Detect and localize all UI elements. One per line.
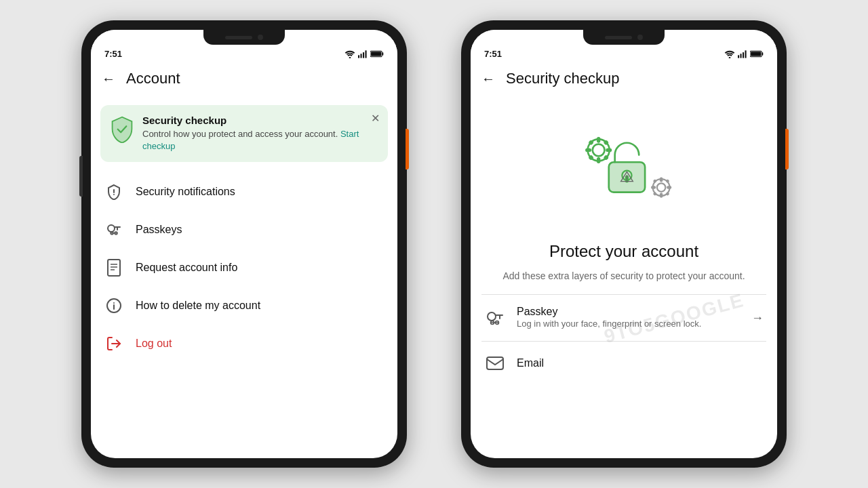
- svg-rect-1: [358, 55, 359, 58]
- security-item-passkey[interactable]: Passkey Log in with your face, fingerpri…: [471, 295, 777, 341]
- phone-screen-2: 7:51: [471, 30, 777, 458]
- svg-rect-46: [660, 177, 663, 182]
- security-checkup-banner[interactable]: Security checkup Control how you protect…: [100, 105, 388, 162]
- svg-point-9: [113, 194, 115, 195]
- svg-rect-32: [597, 157, 600, 163]
- page-title-2: Security checkup: [506, 70, 620, 87]
- svg-rect-25: [745, 50, 747, 58]
- passkey-item-desc: Log in with your face, fingerprint or sc…: [517, 318, 741, 330]
- app-header-1: ← Account: [91, 62, 397, 94]
- status-time-2: 7:51: [484, 49, 502, 59]
- signal-icon: [358, 50, 368, 58]
- signal-icon-2: [738, 50, 747, 58]
- back-button-2[interactable]: ←: [481, 71, 495, 87]
- email-item-text: Email: [517, 357, 764, 369]
- svg-rect-53: [665, 192, 669, 196]
- side-button-right-2: [785, 129, 789, 169]
- phone-2: 7:51: [461, 20, 787, 468]
- passkey-item-text: Passkey Log in with your face, fingerpri…: [517, 306, 741, 330]
- back-button-1[interactable]: ←: [102, 71, 115, 87]
- svg-rect-24: [743, 52, 744, 58]
- document-icon: [104, 258, 123, 277]
- menu-item-delete-account[interactable]: How to delete my account: [91, 287, 397, 325]
- menu-item-request-info[interactable]: Request account info: [91, 249, 397, 287]
- svg-point-19: [113, 302, 115, 304]
- banner-description: Control how you protect and access your …: [142, 128, 378, 152]
- security-illustration-svg: [570, 120, 678, 228]
- shield-notification-icon: [104, 182, 123, 201]
- protect-account-title: Protect your account: [471, 242, 777, 261]
- svg-rect-27: [762, 52, 764, 55]
- speaker-1: [225, 36, 252, 39]
- svg-rect-6: [382, 52, 384, 55]
- wifi-icon-2: [724, 50, 735, 58]
- passkeys-label: Passkeys: [136, 224, 182, 236]
- request-info-label: Request account info: [136, 262, 237, 274]
- battery-icon: [370, 50, 384, 58]
- svg-rect-2: [361, 54, 362, 58]
- security-shield-icon: [110, 116, 134, 140]
- status-icons-2: [724, 50, 764, 58]
- svg-rect-47: [660, 193, 663, 198]
- banner-inner: Security checkup Control how you protect…: [110, 115, 378, 152]
- delete-account-label: How to delete my account: [136, 300, 260, 312]
- logout-icon: [104, 334, 123, 353]
- page-title-1: Account: [126, 70, 180, 87]
- phone-screen-1: 7:51: [91, 30, 397, 458]
- info-circle-icon: [104, 296, 123, 315]
- speaker-2: [605, 36, 632, 39]
- security-notifications-label: Security notifications: [136, 186, 235, 198]
- svg-rect-22: [738, 55, 739, 58]
- passkeys-icon: [104, 220, 123, 239]
- svg-point-30: [593, 144, 605, 157]
- passkey-item-arrow: →: [751, 311, 764, 325]
- svg-rect-23: [741, 54, 742, 58]
- svg-point-43: [627, 180, 628, 181]
- banner-title: Security checkup: [142, 115, 378, 126]
- svg-rect-33: [585, 148, 591, 152]
- svg-rect-28: [751, 52, 761, 56]
- protect-account-desc: Add these extra layers of security to pr…: [471, 269, 777, 283]
- status-time-1: 7:51: [104, 49, 122, 59]
- security-illustration: [471, 100, 777, 242]
- status-icons-1: [344, 50, 384, 58]
- svg-point-21: [729, 57, 731, 58]
- svg-rect-31: [597, 137, 600, 143]
- svg-rect-51: [665, 179, 669, 183]
- svg-point-0: [349, 57, 351, 58]
- svg-rect-50: [653, 179, 657, 183]
- side-button-right-1: [406, 129, 409, 169]
- svg-rect-52: [653, 192, 657, 196]
- wifi-icon: [344, 50, 355, 58]
- email-item-title: Email: [517, 357, 764, 369]
- svg-point-54: [488, 312, 496, 321]
- svg-rect-49: [667, 186, 671, 188]
- passkey-item-icon: [484, 307, 506, 329]
- email-item-icon: [484, 352, 506, 374]
- side-button-left-1: [79, 156, 83, 197]
- battery-icon-2: [750, 50, 764, 58]
- menu-item-security-notifications[interactable]: Security notifications: [91, 173, 397, 211]
- phone-1: 7:51: [81, 20, 407, 468]
- phone-notch-2: [583, 30, 665, 45]
- svg-rect-57: [487, 357, 503, 369]
- svg-rect-4: [366, 50, 367, 58]
- security-item-email[interactable]: Email: [471, 342, 777, 385]
- passkey-item-title: Passkey: [517, 306, 741, 318]
- banner-text-content: Security checkup Control how you protect…: [142, 115, 378, 152]
- svg-rect-34: [606, 148, 612, 152]
- logout-label: Log out: [136, 338, 172, 350]
- svg-point-10: [108, 225, 115, 232]
- menu-item-passkeys[interactable]: Passkeys: [91, 211, 397, 249]
- phone-notch-1: [203, 30, 285, 45]
- app-header-2: ← Security checkup: [471, 62, 777, 94]
- menu-item-logout[interactable]: Log out: [91, 325, 397, 363]
- screen-content-1: Security checkup Control how you protect…: [91, 94, 397, 458]
- camera-1: [258, 35, 263, 40]
- svg-rect-48: [651, 186, 656, 188]
- svg-rect-13: [108, 260, 120, 276]
- svg-rect-7: [371, 52, 381, 56]
- banner-close-button[interactable]: ✕: [371, 112, 380, 125]
- svg-rect-3: [363, 52, 364, 58]
- screen-content-2: Protect your account Add these extra lay…: [471, 94, 777, 458]
